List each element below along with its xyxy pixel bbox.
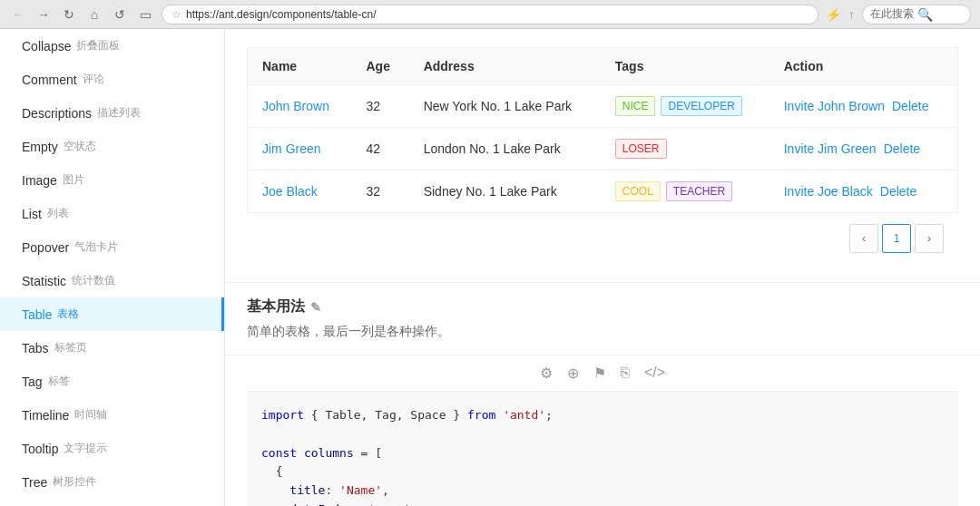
tag-nice: NICE [615,96,656,116]
refresh-button[interactable]: ↻ [60,5,78,24]
demo-table: Name Age Address Tags Action John Brown … [247,47,958,213]
invite-link[interactable]: Invite John Brown [784,99,885,113]
pagination: ‹ 1 › [247,213,958,264]
sidebar-item-comment[interactable]: Comment 评论 [0,63,224,96]
action-group: Invite Jim Green Delete [784,141,943,156]
sidebar-item-collapse[interactable]: Collapse 折叠面板 [0,29,224,63]
main-layout: Collapse 折叠面板 Comment 评论 Descriptions 描述… [0,29,980,506]
section-description: 简单的表格，最后一列是各种操作。 [247,324,958,340]
description-section: 基本用法 ✎ 简单的表格，最后一列是各种操作。 [225,283,980,355]
sidebar-item-tabs[interactable]: Tabs 标签页 [0,331,224,365]
sidebar-item-descriptions[interactable]: Descriptions 描述列表 [0,96,224,130]
next-page-button[interactable]: › [915,224,944,253]
sidebar-item-empty[interactable]: Empty 空状态 [0,130,224,163]
sidebar-item-list[interactable]: List 列表 [0,197,224,230]
cell-tags: NICE DEVELOPER [601,85,769,128]
sidebar-item-timeline[interactable]: Timeline 时间轴 [0,398,224,432]
address-bar[interactable]: ☆ https://ant.design/components/table-cn… [162,5,818,24]
sidebar-item-label: Empty [22,140,58,154]
tag-teacher: TEACHER [666,181,732,201]
codepen-icon[interactable]: ⊕ [567,365,579,382]
sidebar-item-label: Tooltip [22,442,58,456]
sidebar-item-label: List [22,207,42,221]
table-row: John Brown 32 New York No. 1 Lake Park N… [248,85,958,128]
codesandbox-icon[interactable]: ⚑ [593,365,606,382]
url-text: https://ant.design/components/table-cn/ [186,8,808,21]
tag-group: NICE DEVELOPER [615,96,755,116]
cell-name: Joe Black [248,170,352,213]
sidebar-item-label: Tree [22,475,47,490]
tag-cool: COOL [615,181,661,201]
cell-action: Invite John Brown Delete [769,85,958,128]
code-section: ⚙ ⊕ ⚑ ⎘ </> import { Table, Tag, Space }… [225,355,980,506]
invite-link[interactable]: Invite Joe Black [784,184,873,199]
home-button[interactable]: ⌂ [85,5,103,24]
table-row: Jim Green 42 London No. 1 Lake Park LOSE… [248,128,958,170]
copy-icon[interactable]: ⎘ [621,365,630,382]
col-header-address: Address [409,48,601,85]
page-1-button[interactable]: 1 [882,224,911,253]
sidebar-item-label: Descriptions [22,106,92,121]
prev-page-button[interactable]: ‹ [849,224,878,253]
sidebar-item-image[interactable]: Image 图片 [0,163,224,197]
action-group: Invite Joe Black Delete [784,184,943,199]
expand-code-icon[interactable]: </> [644,365,665,382]
cell-age: 32 [352,170,409,213]
tag-group: LOSER [615,139,755,159]
sidebar-item-label: Statistic [22,274,66,288]
cell-name: Jim Green [248,128,352,170]
code-block: import { Table, Tag, Space } from 'antd'… [247,392,958,506]
cell-address: London No. 1 Lake Park [409,128,601,170]
sidebar-item-popover[interactable]: Popover 气泡卡片 [0,230,224,264]
delete-link[interactable]: Delete [880,184,916,199]
window-button[interactable]: ▭ [136,5,154,24]
col-header-name: Name [248,48,352,85]
invite-link[interactable]: Invite Jim Green [784,141,877,156]
cell-address: Sidney No. 1 Lake Park [409,170,601,213]
action-group: Invite John Brown Delete [784,99,943,113]
sidebar-item-statistic[interactable]: Statistic 统计数值 [0,264,224,297]
search-icon: 🔍 [917,7,933,22]
sidebar-item-tooltip[interactable]: Tooltip 文字提示 [0,432,224,465]
cell-tags: LOSER [601,128,769,170]
table-row: Joe Black 32 Sidney No. 1 Lake Park COOL… [248,170,958,213]
cell-age: 32 [352,85,409,128]
sidebar-item-tag[interactable]: Tag 标签 [0,365,224,398]
tag-loser: LOSER [615,139,667,159]
browser-chrome: ← → ↻ ⌂ ↺ ▭ ☆ https://ant.design/compone… [0,0,980,29]
sidebar-item-label: Timeline [22,408,69,423]
settings-icon[interactable]: ⚙ [540,365,553,382]
sidebar-item-label: Comment [22,73,77,87]
cell-action: Invite Joe Black Delete [769,170,958,213]
edit-icon[interactable]: ✎ [310,300,321,315]
search-area[interactable]: 在此搜索 🔍 [862,5,971,24]
sidebar-item-label: Collapse [22,39,71,54]
code-toolbar: ⚙ ⊕ ⚑ ⎘ </> [247,355,958,392]
sidebar-item-label: Table [22,307,52,322]
delete-link[interactable]: Delete [884,141,920,156]
cell-tags: COOL TEACHER [601,170,769,213]
title-text: 基本用法 [247,297,305,316]
col-header-action: Action [769,48,958,85]
name-link[interactable]: John Brown [262,99,329,113]
cell-name: John Brown [248,85,352,128]
sidebar: Collapse 折叠面板 Comment 评论 Descriptions 描述… [0,29,225,506]
cell-action: Invite Jim Green Delete [769,128,958,170]
content-area: Name Age Address Tags Action John Brown … [225,29,980,506]
forward-button[interactable]: → [34,5,53,24]
history-button[interactable]: ↺ [111,5,129,24]
sidebar-item-table[interactable]: Table 表格 [0,297,224,331]
sidebar-item-label: Tag [22,375,43,389]
name-link[interactable]: Jim Green [262,141,321,156]
tag-group: COOL TEACHER [615,181,755,201]
name-link[interactable]: Joe Black [262,184,318,199]
back-button[interactable]: ← [9,5,27,24]
cell-address: New York No. 1 Lake Park [409,85,601,128]
sidebar-item-tree[interactable]: Tree 树形控件 [0,465,224,499]
lightning-icon: ⚡ [826,7,841,22]
sidebar-item-label: Tabs [22,341,49,355]
delete-link[interactable]: Delete [892,99,928,113]
sidebar-item-label: Image [22,173,57,188]
section-title: 基本用法 ✎ [247,297,958,316]
cell-age: 42 [352,128,409,170]
